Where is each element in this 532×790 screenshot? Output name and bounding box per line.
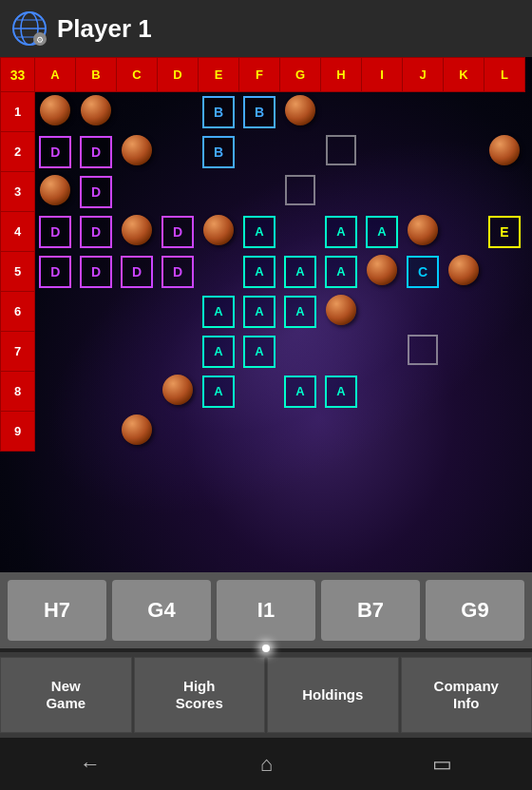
cell-B4[interactable]: D <box>76 212 117 252</box>
cell-K8[interactable] <box>444 372 484 412</box>
cell-J4[interactable] <box>403 212 444 252</box>
cell-B2[interactable]: D <box>76 132 117 172</box>
cell-G8[interactable]: A <box>280 372 321 412</box>
cell-E2[interactable]: B <box>199 132 239 172</box>
cell-I7[interactable] <box>362 332 403 372</box>
cell-I2[interactable] <box>362 132 403 172</box>
btn-new-game[interactable]: New Game <box>0 657 132 733</box>
cell-C9[interactable] <box>117 412 158 452</box>
cell-L4[interactable]: E <box>484 212 525 252</box>
cell-L9[interactable] <box>484 412 525 452</box>
cell-G1[interactable] <box>280 92 321 132</box>
cell-D5[interactable]: D <box>158 252 199 292</box>
cell-G2[interactable] <box>280 132 321 172</box>
cell-J8[interactable] <box>403 372 444 412</box>
cell-L7[interactable] <box>484 332 525 372</box>
cell-C8[interactable] <box>117 372 158 412</box>
cell-A9[interactable] <box>35 412 76 452</box>
cell-H4[interactable]: A <box>321 212 362 252</box>
cell-A5[interactable]: D <box>35 252 76 292</box>
cell-A6[interactable] <box>35 292 76 332</box>
cell-B9[interactable] <box>76 412 117 452</box>
cell-K9[interactable] <box>444 412 484 452</box>
cell-A1[interactable] <box>35 92 76 132</box>
cell-H3[interactable] <box>321 172 362 212</box>
cell-J2[interactable] <box>403 132 444 172</box>
cell-K6[interactable] <box>444 292 484 332</box>
cell-D1[interactable] <box>158 92 199 132</box>
btn-holdings[interactable]: Holdings <box>267 657 399 733</box>
cell-D3[interactable] <box>158 172 199 212</box>
cell-I3[interactable] <box>362 172 403 212</box>
cell-A7[interactable] <box>35 332 76 372</box>
cell-G3[interactable] <box>280 172 321 212</box>
cell-H6[interactable] <box>321 292 362 332</box>
cell-E8[interactable]: A <box>199 372 239 412</box>
cell-F4[interactable]: A <box>239 212 280 252</box>
cell-I6[interactable] <box>362 292 403 332</box>
cell-L1[interactable] <box>484 92 525 132</box>
move-g9[interactable]: G9 <box>426 580 524 641</box>
cell-L3[interactable] <box>484 172 525 212</box>
cell-I9[interactable] <box>362 412 403 452</box>
cell-F9[interactable] <box>239 412 280 452</box>
home-nav-icon[interactable]: ⌂ <box>260 752 273 777</box>
move-i1[interactable]: I1 <box>217 580 315 641</box>
cell-E4[interactable] <box>199 212 239 252</box>
btn-company-info[interactable]: Company Info <box>401 657 533 733</box>
cell-E5[interactable] <box>199 252 239 292</box>
cell-F8[interactable] <box>239 372 280 412</box>
cell-I4[interactable]: A <box>362 212 403 252</box>
cell-K5[interactable] <box>444 252 484 292</box>
cell-B7[interactable] <box>76 332 117 372</box>
cell-G6[interactable]: A <box>280 292 321 332</box>
cell-G5[interactable]: A <box>280 252 321 292</box>
cell-A2[interactable]: D <box>35 132 76 172</box>
cell-L6[interactable] <box>484 292 525 332</box>
recent-nav-icon[interactable]: ▭ <box>432 752 452 777</box>
cell-I1[interactable] <box>362 92 403 132</box>
cell-H8[interactable]: A <box>321 372 362 412</box>
cell-J5[interactable]: C <box>403 252 444 292</box>
cell-D7[interactable] <box>158 332 199 372</box>
cell-J7[interactable] <box>403 332 444 372</box>
cell-K4[interactable] <box>444 212 484 252</box>
btn-high-scores[interactable]: High Scores <box>134 657 266 733</box>
cell-C1[interactable] <box>117 92 158 132</box>
cell-G4[interactable] <box>280 212 321 252</box>
cell-H1[interactable] <box>321 92 362 132</box>
cell-F5[interactable]: A <box>239 252 280 292</box>
move-b7[interactable]: B7 <box>321 580 420 641</box>
cell-D4[interactable]: D <box>158 212 199 252</box>
cell-E6[interactable]: A <box>199 292 239 332</box>
cell-B5[interactable]: D <box>76 252 117 292</box>
cell-D9[interactable] <box>158 412 199 452</box>
cell-A4[interactable]: D <box>35 212 76 252</box>
cell-F1[interactable]: B <box>239 92 280 132</box>
cell-L8[interactable] <box>484 372 525 412</box>
cell-J6[interactable] <box>403 292 444 332</box>
back-nav-icon[interactable]: ← <box>80 752 101 777</box>
cell-B3[interactable]: D <box>76 172 117 212</box>
cell-D8[interactable] <box>158 372 199 412</box>
cell-H2[interactable] <box>321 132 362 172</box>
cell-K7[interactable] <box>444 332 484 372</box>
move-g4[interactable]: G4 <box>112 580 211 641</box>
cell-F6[interactable]: A <box>239 292 280 332</box>
cell-G9[interactable] <box>280 412 321 452</box>
cell-E3[interactable] <box>199 172 239 212</box>
cell-A8[interactable] <box>35 372 76 412</box>
cell-B6[interactable] <box>76 292 117 332</box>
cell-F2[interactable] <box>239 132 280 172</box>
cell-C3[interactable] <box>117 172 158 212</box>
cell-B8[interactable] <box>76 372 117 412</box>
cell-K2[interactable] <box>444 132 484 172</box>
cell-A3[interactable] <box>35 172 76 212</box>
cell-E7[interactable]: A <box>199 332 239 372</box>
cell-D6[interactable] <box>158 292 199 332</box>
cell-C2[interactable] <box>117 132 158 172</box>
cell-E9[interactable] <box>199 412 239 452</box>
cell-F7[interactable]: A <box>239 332 280 372</box>
move-h7[interactable]: H7 <box>8 580 106 641</box>
cell-J3[interactable] <box>403 172 444 212</box>
